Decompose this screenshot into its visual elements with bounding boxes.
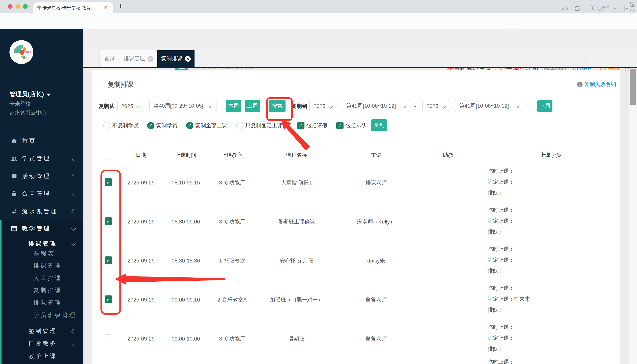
scrollbar-track[interactable] xyxy=(629,68,637,364)
divider xyxy=(97,280,615,280)
minimize-window-button[interactable] xyxy=(16,4,20,9)
cell-room: 1-托班教室 xyxy=(209,258,255,264)
to-week-start-select[interactable]: 第41周[10-06~10-12] xyxy=(342,100,409,112)
browser-tabstrip: 卡米星校-卡米星校 教育培训... ✕ + xyxy=(0,0,637,13)
option-包括排队[interactable]: ✓包括排队 xyxy=(336,122,367,129)
tabbar-separator xyxy=(585,52,585,66)
tab-close-icon[interactable]: ✕ xyxy=(185,56,191,62)
from-week-value: 第40周[09-29~10-05] xyxy=(154,103,203,110)
column-header-日期: 日期 xyxy=(126,152,156,159)
option-只复制固定上课[interactable]: 只复制固定上课 xyxy=(236,122,282,129)
checkbox-icon[interactable]: ✓ xyxy=(297,122,304,129)
copy-fail-detail-link[interactable]: i 复制失败明细 xyxy=(577,81,616,88)
sidebar-subitem-4[interactable]: 排队管理 xyxy=(0,297,83,309)
cell-date: 2025-09-29 xyxy=(126,258,156,264)
option-label: 只复制固定上课 xyxy=(245,122,282,129)
select-all-checkbox[interactable] xyxy=(105,152,112,160)
copy-button[interactable]: 复制 xyxy=(371,119,387,132)
close-window-button[interactable] xyxy=(8,4,13,9)
sidebar-item-flow[interactable]: 流水账管理 xyxy=(0,203,83,220)
tab-label: 复制排课 xyxy=(161,55,182,62)
caret-down-icon xyxy=(47,93,50,96)
sidebar-item-label: 日常教务 xyxy=(29,340,57,347)
tab-首页[interactable]: 首页 xyxy=(99,50,119,67)
chevron-left-icon xyxy=(72,156,76,161)
from-week-select[interactable]: 第40周[09-29~10-05] xyxy=(149,100,216,112)
option-复制学员[interactable]: ✓复制学员 xyxy=(147,122,177,129)
radio-icon[interactable] xyxy=(103,122,110,129)
option-label: 包括请假 xyxy=(306,122,328,129)
sidebar-item-home[interactable]: 首页 xyxy=(0,132,83,150)
to-week-end-select[interactable]: 第41周[10-06~10-12] xyxy=(455,100,522,112)
svg-text:Bee: Bee xyxy=(26,50,31,53)
tabbar-separator xyxy=(570,52,570,66)
browser-tab[interactable]: 卡米星校-卡米星校 教育培训... ✕ xyxy=(33,2,113,13)
refresh-tab-icon[interactable] xyxy=(574,0,580,17)
from-year-select[interactable]: 2025 xyxy=(117,100,143,112)
sidebar-item-activity[interactable]: 活动管理 xyxy=(0,168,83,185)
row-checkbox[interactable] xyxy=(105,334,112,342)
to-year-start-select[interactable]: 2025 xyxy=(309,100,336,112)
scroll-tabs-right-icon[interactable] xyxy=(560,0,567,17)
sidebar-item-teaching-1[interactable]: 日常教务 xyxy=(0,338,83,350)
to-year-end-select[interactable]: 2025 xyxy=(422,100,449,112)
tab-close-icon[interactable]: ✕ xyxy=(104,5,108,10)
scrollbar-thumb[interactable] xyxy=(630,69,636,105)
divider xyxy=(97,241,615,241)
app-header: 请输入您需要查找的内容... 新购/续期 2年送3个月 3年送6个月 Ai⁺ A… xyxy=(83,29,637,50)
cell-time: 09:00-10:00 xyxy=(171,336,201,342)
screenshot-stage: 卡米星校-卡米星校 教育培训... ✕ + ‹ › ↻ ⌂ ☆ https://… xyxy=(0,0,637,364)
tab-close-icon[interactable]: ✕ xyxy=(148,56,153,62)
sidebar-subitem-5[interactable]: 学员班级管理 xyxy=(0,309,83,321)
logout-button[interactable]: 退出 xyxy=(624,0,637,17)
cell-temp-students: 临时上课： xyxy=(488,246,514,253)
radio-icon[interactable]: ✓ xyxy=(147,122,154,129)
checkbox-icon[interactable]: ✓ xyxy=(336,122,344,129)
org-name: 苏州智慧云中心 xyxy=(10,110,47,116)
chevron-left-icon xyxy=(72,209,76,214)
radio-icon[interactable] xyxy=(236,122,243,129)
sidebar-item-label: 签到管理 xyxy=(29,328,57,335)
user-role-menu[interactable]: 管理员(店长) xyxy=(10,90,50,98)
tabbar-separator xyxy=(621,52,621,66)
annotation-box-checkboxes xyxy=(101,170,121,315)
cell-course: 暑期班上课确认 xyxy=(262,218,331,225)
sidebar-subitem-3[interactable]: 复制排课 xyxy=(0,284,83,296)
browser-toolbar: ‹ › ↻ ⌂ ☆ https:// store.kamios.com /ind… xyxy=(0,13,637,29)
cell-room: 3-多功能厅 xyxy=(209,218,255,225)
cell-queue-students: 排队： xyxy=(488,307,504,314)
cell-course: 安心托-芽芽班 xyxy=(262,258,331,264)
logout-label: 退出 xyxy=(629,2,637,15)
sidebar-item-contract[interactable]: 合同管理 xyxy=(0,185,83,202)
cell-fixed-students: 固定上课：牛未来 xyxy=(488,296,530,303)
new-tab-button[interactable]: + xyxy=(118,2,122,10)
sidebar-item-teaching-0[interactable]: 签到管理 xyxy=(0,325,83,338)
last-week-button[interactable]: 上周 xyxy=(245,100,260,112)
cell-time: 08:30-09:00 xyxy=(171,218,201,224)
tab-复制排课[interactable]: 复制排课✕ xyxy=(157,50,194,67)
chevron-left-icon xyxy=(72,174,76,178)
option-复制全部上课[interactable]: ✓复制全部上课 xyxy=(186,122,227,129)
sidebar-subitem-0[interactable]: 课程表 xyxy=(0,247,83,260)
option-不复制学员[interactable]: 不复制学员 xyxy=(103,122,139,129)
sidebar-subitem-1[interactable]: 排课管理 xyxy=(0,260,83,272)
sidebar-item-users[interactable]: 学员管理 xyxy=(0,150,83,167)
cell-fixed-students: 固定上课： xyxy=(488,257,514,264)
maximize-window-button[interactable] xyxy=(23,4,28,9)
to-year-start-value: 2025 xyxy=(313,103,325,109)
option-包括请假[interactable]: ✓包括请假 xyxy=(297,122,328,129)
to-week-start-value: 第41周[10-06~10-12] xyxy=(346,103,396,110)
sidebar-item-label: 合同管理 xyxy=(22,190,51,197)
sidebar-subitem-label: 排课管理 xyxy=(33,262,62,269)
tab-排课管理[interactable]: 排课管理✕ xyxy=(119,50,157,67)
sidebar-subitem-2[interactable]: 人工排课 xyxy=(0,272,83,284)
close-operations-dropdown[interactable]: 关闭操作 xyxy=(590,0,616,17)
option-label: 包括排队 xyxy=(346,122,367,129)
radio-icon[interactable]: ✓ xyxy=(186,122,193,129)
copy-to-label: 复制到 xyxy=(291,103,307,110)
this-week-button[interactable]: 本周 xyxy=(226,100,241,112)
next-week-button[interactable]: 下周 xyxy=(537,100,552,112)
sidebar-item-teaching-2[interactable]: 教学上课 xyxy=(0,350,83,362)
cell-course: 暑期班 xyxy=(262,336,331,342)
sidebar-item-teaching[interactable]: 教学管理 xyxy=(0,220,83,237)
